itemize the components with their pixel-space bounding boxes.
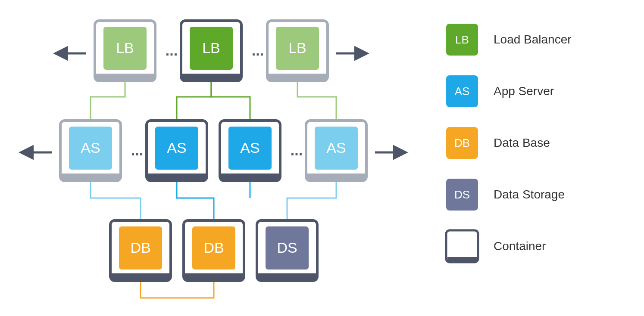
node-lb2: LB	[181, 21, 241, 81]
container-base	[96, 74, 154, 80]
node-as3: AS	[220, 121, 280, 181]
service-label: DB	[130, 239, 150, 256]
service-label: DS	[277, 239, 297, 256]
legend-swatch-base	[447, 257, 477, 261]
legend-text: Data Storage	[494, 188, 565, 201]
service-label: LB	[202, 40, 220, 56]
legend-text: Load Balancer	[494, 33, 572, 46]
service-label: LB	[116, 40, 134, 56]
container-base	[269, 74, 326, 80]
ellipsis-1: ...	[252, 42, 264, 59]
service-label: AS	[167, 139, 186, 156]
connector-2	[177, 82, 211, 121]
container-base	[221, 173, 279, 180]
legend-text: Data Base	[494, 136, 550, 149]
diagram-root: LBLBLBASASASASDBDBDS............LBLoad B…	[0, 0, 644, 316]
legend-swatch-label: DS	[454, 188, 470, 201]
service-label: AS	[326, 139, 346, 156]
legend-swatch-label: LB	[455, 33, 469, 46]
legend-item-ds: DSData Storage	[446, 179, 565, 211]
container-base	[258, 273, 316, 279]
node-as1: AS	[60, 121, 121, 181]
node-lb1: LB	[95, 21, 155, 81]
connector-5	[287, 182, 336, 220]
legend-text: App Server	[494, 84, 554, 98]
node-lb3: LB	[267, 21, 328, 81]
connector-3	[211, 82, 250, 121]
container-base	[148, 173, 206, 180]
connector-6	[177, 182, 214, 220]
connector-8	[141, 282, 214, 298]
connector-1	[297, 82, 336, 121]
legend-item-as: ASApp Server	[446, 75, 554, 107]
legend: LBLoad BalancerASApp ServerDBData BaseDS…	[446, 24, 572, 262]
container-base	[307, 173, 365, 180]
legend-item-container: Container	[446, 230, 546, 262]
container-base	[62, 173, 119, 180]
connector-0	[91, 82, 125, 121]
service-label: LB	[288, 40, 306, 56]
ellipsis-0: ...	[166, 42, 178, 59]
node-as4: AS	[306, 121, 366, 181]
connector-4	[91, 182, 141, 220]
service-label: DB	[203, 239, 224, 256]
service-label: AS	[240, 139, 259, 156]
legend-text: Container	[494, 239, 546, 253]
container-base	[185, 273, 243, 279]
node-as2: AS	[147, 121, 207, 181]
legend-item-lb: LBLoad Balancer	[446, 24, 572, 56]
nodes-layer: LBLBLBASASASASDBDBDS............	[60, 21, 366, 281]
legend-swatch-label: AS	[455, 85, 470, 98]
container-base	[182, 74, 240, 80]
node-ds1: DS	[257, 220, 317, 281]
ellipsis-3: ...	[291, 142, 303, 158]
legend-swatch-label: DB	[454, 136, 470, 149]
ellipsis-2: ...	[131, 142, 143, 158]
container-base	[112, 273, 169, 279]
service-label: AS	[81, 139, 100, 156]
node-db2: DB	[184, 220, 244, 281]
legend-item-db: DBData Base	[446, 127, 550, 159]
node-db1: DB	[110, 220, 171, 281]
